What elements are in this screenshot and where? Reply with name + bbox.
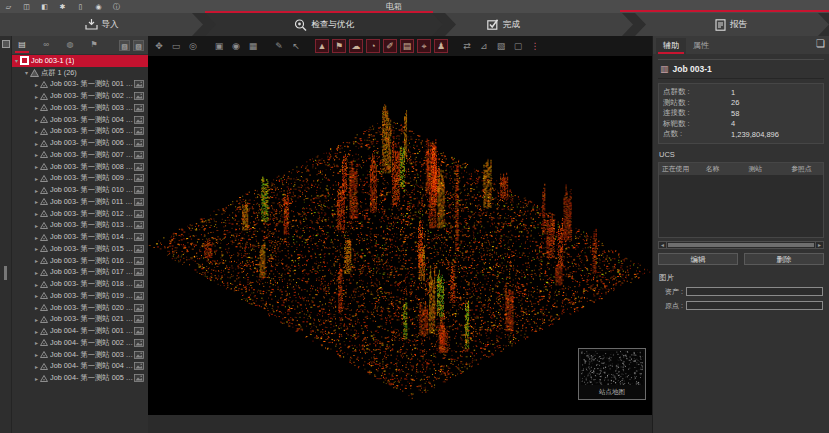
expand-arrow-icon[interactable]: ▸ xyxy=(33,363,40,370)
expand-arrow-icon[interactable]: ▸ xyxy=(33,93,40,100)
station-image-icon[interactable] xyxy=(134,280,144,288)
sphere-target-icon[interactable]: ◔ xyxy=(366,39,380,53)
station-image-icon[interactable] xyxy=(134,104,144,112)
tree-station-row[interactable]: ▸ Job 004- 第一测站 004 (7) xyxy=(12,361,148,373)
tag-icon[interactable]: ⚑ xyxy=(332,39,346,53)
station-image-icon[interactable] xyxy=(134,221,144,229)
expand-arrow-icon[interactable]: ▸ xyxy=(33,269,40,276)
expand-arrow-icon[interactable]: ▸ xyxy=(33,104,40,111)
tree-station-row[interactable]: ▸ Job 003- 第一测站 010 (3) xyxy=(12,184,148,196)
workflow-step-import[interactable]: 导入 xyxy=(0,13,203,36)
tab-assist[interactable]: 辅助 xyxy=(656,38,686,54)
camera-sphere-icon[interactable]: ◉ xyxy=(229,39,243,53)
expand-arrow-icon[interactable]: ▸ xyxy=(33,328,40,335)
station-marker-icon[interactable]: ▲ xyxy=(315,39,329,53)
measure-pen-icon[interactable]: ✎ xyxy=(272,39,286,53)
expand-arrow-icon[interactable]: ▸ xyxy=(33,163,40,170)
station-image-icon[interactable] xyxy=(134,210,144,218)
tree-tab-flags[interactable]: ⚑ xyxy=(88,38,100,52)
pick-point-icon[interactable]: ↖ xyxy=(289,39,303,53)
expand-arrow-icon[interactable]: ▸ xyxy=(33,210,40,217)
axis-chart-icon[interactable]: ⊿ xyxy=(477,39,491,53)
camera-icon[interactable]: ▣ xyxy=(212,39,226,53)
expand-arrow-icon[interactable]: ▸ xyxy=(33,128,40,135)
image-marker-icon[interactable]: ▤ xyxy=(400,39,414,53)
tree-station-row[interactable]: ▸ Job 003- 第一测站 020 (5) xyxy=(12,302,148,314)
asset-input[interactable] xyxy=(686,287,823,296)
thumbnail-toggle-photos[interactable]: ▧ xyxy=(119,40,130,51)
scroll-left-arrow[interactable]: ◄ xyxy=(659,242,667,248)
tree-station-row[interactable]: ▸ Job 003- 第一测站 016 (4) xyxy=(12,255,148,267)
workflow-step-inspect-optimize[interactable]: 检查与优化 xyxy=(205,13,443,36)
package-icon[interactable]: ◧ xyxy=(40,2,49,11)
expand-arrow-icon[interactable]: ▸ xyxy=(33,304,40,311)
tree-station-row[interactable]: ▸ Job 003- 第一测站 008 (2) xyxy=(12,161,148,173)
station-image-icon[interactable] xyxy=(134,362,144,370)
expand-arrow-icon[interactable]: ▸ xyxy=(33,351,40,358)
tree-tab-links[interactable]: ∞ xyxy=(40,38,52,52)
origin-input[interactable] xyxy=(686,301,823,310)
expand-arrow-icon[interactable]: ▸ xyxy=(33,116,40,123)
settings-gear-icon[interactable]: ✱ xyxy=(58,2,67,11)
layers-icon[interactable]: ❏ xyxy=(816,38,825,49)
transform-icon[interactable]: ⇄ xyxy=(460,39,474,53)
station-image-icon[interactable] xyxy=(134,127,144,135)
station-image-icon[interactable] xyxy=(134,233,144,241)
tree-station-row[interactable]: ▸ Job 003- 第一测站 004 (5) xyxy=(12,114,148,126)
expand-arrow-icon[interactable]: ▸ xyxy=(33,151,40,158)
tree-station-row[interactable]: ▸ Job 003- 第一测站 012 (5) xyxy=(12,208,148,220)
station-image-icon[interactable] xyxy=(134,80,144,88)
workflow-step-report[interactable]: 报告 xyxy=(635,13,829,36)
station-image-icon[interactable] xyxy=(134,163,144,171)
tree-station-row[interactable]: ▸ Job 003- 第一测站 017 (3) xyxy=(12,267,148,279)
tree-station-row[interactable]: ▸ Job 004- 第一测站 001 (3) xyxy=(12,325,148,337)
archive-icon[interactable]: ▯ xyxy=(76,2,85,11)
scroll-right-arrow[interactable]: ► xyxy=(815,242,823,248)
expand-arrow-icon[interactable]: ▾ xyxy=(13,57,20,64)
expand-arrow-icon[interactable]: ▸ xyxy=(33,339,40,346)
station-image-icon[interactable] xyxy=(134,174,144,182)
tree-pointgroup-row[interactable]: ▾ 点群 1 (26) xyxy=(12,67,148,79)
scrollbar-thumb[interactable] xyxy=(668,243,814,247)
expand-arrow-icon[interactable]: ▸ xyxy=(33,81,40,88)
location-pin-icon[interactable]: ⌖ xyxy=(417,39,431,53)
station-image-icon[interactable] xyxy=(134,268,144,276)
expand-arrow-icon[interactable]: ▸ xyxy=(33,140,40,147)
ucs-table-body[interactable] xyxy=(659,175,823,237)
tree-station-row[interactable]: ▸ Job 003- 第一测站 006 (4) xyxy=(12,137,148,149)
expand-arrow-icon[interactable]: ▾ xyxy=(23,69,30,76)
tree-station-row[interactable]: ▸ Job 003- 第一测站 009 (3) xyxy=(12,173,148,185)
tree-station-row[interactable]: ▸ Job 003- 第一测站 014 (4) xyxy=(12,231,148,243)
station-image-icon[interactable] xyxy=(134,351,144,359)
tree-station-row[interactable]: ▸ Job 003- 第一测站 018 (4) xyxy=(12,278,148,290)
point-cloud-view[interactable] xyxy=(148,56,652,415)
thumbnail-toggle-images[interactable]: ▨ xyxy=(133,40,144,51)
station-image-icon[interactable] xyxy=(134,92,144,100)
station-image-icon[interactable] xyxy=(134,315,144,323)
open-folder-icon[interactable]: ▱ xyxy=(4,2,13,11)
tree-tab-files[interactable]: ▤ xyxy=(16,38,28,52)
station-image-icon[interactable] xyxy=(134,186,144,194)
walkthrough-icon[interactable]: ♟ xyxy=(434,39,448,53)
point-cloud-icon[interactable]: ☁ xyxy=(349,39,363,53)
pan-hand-icon[interactable]: ✥ xyxy=(152,39,166,53)
expand-arrow-icon[interactable]: ▸ xyxy=(33,234,40,241)
station-image-icon[interactable] xyxy=(134,304,144,312)
expand-arrow-icon[interactable]: ▸ xyxy=(33,257,40,264)
save-icon[interactable]: ◫ xyxy=(22,2,31,11)
tree-tab-world[interactable]: ◍ xyxy=(64,38,76,52)
station-image-icon[interactable] xyxy=(134,198,144,206)
panel-splitter-grip[interactable] xyxy=(4,266,7,280)
tree-station-row[interactable]: ▸ Job 003- 第一测站 007 (5) xyxy=(12,149,148,161)
tree-station-row[interactable]: ▸ Job 004- 第一测站 002 (6) xyxy=(12,337,148,349)
tree-station-row[interactable]: ▸ Job 003- 第一测站 021 (9) xyxy=(12,314,148,326)
station-image-icon[interactable] xyxy=(134,116,144,124)
tree-station-row[interactable]: ▸ Job 003- 第一测站 002 (5) xyxy=(12,90,148,102)
station-image-icon[interactable] xyxy=(134,374,144,382)
station-image-icon[interactable] xyxy=(134,151,144,159)
station-image-icon[interactable] xyxy=(134,327,144,335)
station-image-icon[interactable] xyxy=(134,245,144,253)
expand-arrow-icon[interactable]: ▸ xyxy=(33,198,40,205)
help-icon[interactable]: ◉ xyxy=(94,2,103,11)
tree-station-row[interactable]: ▸ Job 003- 第一测站 015 (4) xyxy=(12,243,148,255)
